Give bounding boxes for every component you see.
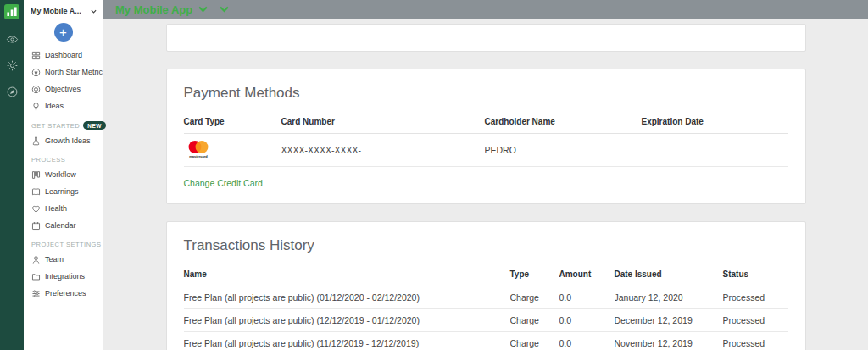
transactions-history-card: Transactions History Name Type Amount Da…: [166, 221, 806, 350]
sidebar-item-workflow[interactable]: Workflow: [24, 166, 103, 183]
sidebar-section-get-started: GET STARTED NEW: [24, 114, 103, 132]
topbar: My Mobile App: [103, 0, 868, 19]
star-circle-icon: [31, 68, 41, 77]
sidebar-item-objectives[interactable]: Objectives: [24, 81, 103, 97]
project-selector-label: My Mobile A...: [31, 7, 81, 15]
eye-icon[interactable]: [6, 33, 19, 46]
chevron-down-icon: [91, 9, 97, 14]
lightbulb-icon: [31, 102, 41, 111]
column-header: Card Type: [184, 113, 281, 134]
transaction-amount: 0.0: [559, 286, 615, 309]
sidebar-item-health[interactable]: Health: [24, 200, 103, 217]
section-label: GET STARTED: [31, 122, 80, 130]
calendar-icon: [31, 221, 41, 231]
cardholder-cell: PEDRO: [485, 134, 642, 167]
app-logo[interactable]: [4, 4, 19, 19]
transaction-status: Processed: [723, 286, 788, 309]
icon-rail: [0, 0, 24, 350]
transaction-type: Charge: [510, 286, 559, 309]
transaction-row: Free Plan (all projects are public) (12/…: [184, 309, 788, 332]
sidebar-item-preferences[interactable]: Preferences: [24, 285, 103, 302]
transaction-date: January 12, 2020: [615, 286, 723, 309]
sidebar-item-label: Growth Ideas: [45, 136, 91, 145]
sidebar-item-learnings[interactable]: Learnings: [24, 183, 103, 200]
column-header: Amount: [559, 265, 615, 286]
column-header: Name: [184, 265, 510, 286]
payment-methods-title: Payment Methods: [184, 85, 788, 102]
sliders-icon: [31, 289, 41, 298]
sidebar-item-dashboard[interactable]: Dashboard: [24, 47, 103, 64]
sidebar-item-team[interactable]: Team: [24, 251, 103, 268]
flask-icon: [31, 136, 41, 146]
section-label: PROCESS: [31, 156, 65, 164]
sidebar-item-label: Objectives: [45, 85, 81, 93]
transaction-status: Processed: [723, 309, 788, 332]
main-content: Payment Methods Card Type Card Number Ca…: [103, 19, 868, 350]
user-icon: [31, 255, 41, 264]
section-label: PROJECT SETTINGS: [31, 241, 101, 248]
change-credit-card-link[interactable]: Change Credit Card: [184, 178, 263, 188]
sidebar-item-north-star-metric[interactable]: North Star Metric: [24, 64, 103, 81]
transaction-type: Charge: [510, 332, 559, 350]
svg-text:mastercard: mastercard: [189, 154, 208, 158]
column-header: Status: [723, 265, 788, 286]
compass-icon[interactable]: [6, 86, 19, 98]
sidebar-section-process: PROCESS: [24, 149, 103, 166]
column-header: Expiration Date: [642, 113, 788, 134]
transaction-date: December 12, 2019: [615, 309, 723, 332]
transaction-row: Free Plan (all projects are public) (11/…: [184, 332, 788, 350]
transaction-amount: 0.0: [559, 332, 615, 350]
sidebar-nav: Dashboard North Star Metric Objectives I…: [24, 47, 103, 302]
sidebar-item-label: North Star Metric: [45, 68, 103, 76]
column-header: Card Number: [281, 113, 485, 134]
book-icon: [31, 187, 41, 197]
dashboard-icon: [31, 51, 41, 60]
new-badge: NEW: [83, 121, 106, 130]
sidebar-item-label: Team: [45, 255, 64, 264]
project-selector[interactable]: My Mobile A...: [24, 0, 103, 17]
sidebar: My Mobile A... + Dashboard North Star Me…: [24, 0, 103, 350]
card-type-cell: mastercard: [184, 134, 281, 167]
transaction-name: Free Plan (all projects are public) (01/…: [184, 286, 510, 309]
transaction-row: Free Plan (all projects are public) (01/…: [184, 286, 788, 309]
gear-icon[interactable]: [6, 59, 19, 72]
sidebar-item-label: Dashboard: [45, 51, 82, 59]
target-icon: [31, 85, 41, 94]
mastercard-icon: mastercard: [184, 151, 213, 161]
transaction-name: Free Plan (all projects are public) (12/…: [184, 309, 510, 332]
sidebar-item-label: Preferences: [45, 289, 86, 297]
transaction-name: Free Plan (all projects are public) (11/…: [184, 332, 510, 350]
table-header-row: Name Type Amount Date Issued Status: [184, 265, 788, 286]
payment-method-row: mastercard XXXX-XXXX-XXXX- PEDRO: [184, 134, 788, 167]
transaction-date: November 12, 2019: [615, 332, 723, 350]
transaction-amount: 0.0: [559, 309, 615, 332]
sidebar-item-label: Ideas: [45, 102, 64, 110]
card-number-cell: XXXX-XXXX-XXXX-: [281, 134, 485, 167]
sidebar-item-ideas[interactable]: Ideas: [24, 97, 103, 114]
payment-methods-table: Card Type Card Number Cardholder Name Ex…: [184, 113, 788, 167]
chevron-down-icon[interactable]: [198, 6, 208, 13]
sidebar-item-label: Health: [45, 204, 67, 213]
sidebar-item-label: Integrations: [45, 272, 85, 281]
integrations-icon: [31, 272, 41, 281]
add-button[interactable]: +: [54, 23, 73, 42]
previous-card-bottom: [166, 24, 806, 52]
sidebar-item-label: Calendar: [45, 221, 76, 230]
column-header: Type: [510, 265, 559, 286]
transaction-type: Charge: [510, 309, 559, 332]
table-header-row: Card Type Card Number Cardholder Name Ex…: [184, 113, 788, 134]
transaction-status: Processed: [723, 332, 788, 350]
sidebar-item-label: Learnings: [45, 187, 79, 196]
column-header: Date Issued: [615, 265, 723, 286]
chevron-down-icon[interactable]: [220, 6, 229, 13]
sidebar-item-integrations[interactable]: Integrations: [24, 268, 103, 285]
sidebar-item-label: Workflow: [45, 170, 76, 179]
kanban-icon: [31, 170, 41, 180]
project-title-dropdown[interactable]: My Mobile App: [115, 3, 192, 16]
sidebar-item-calendar[interactable]: Calendar: [24, 217, 103, 234]
sidebar-section-project-settings: PROJECT SETTINGS: [24, 234, 103, 251]
transactions-table: Name Type Amount Date Issued Status Free…: [184, 265, 788, 350]
column-header: Cardholder Name: [485, 113, 642, 134]
payment-methods-card: Payment Methods Card Type Card Number Ca…: [166, 69, 806, 204]
sidebar-item-growth-ideas[interactable]: Growth Ideas: [24, 132, 103, 149]
